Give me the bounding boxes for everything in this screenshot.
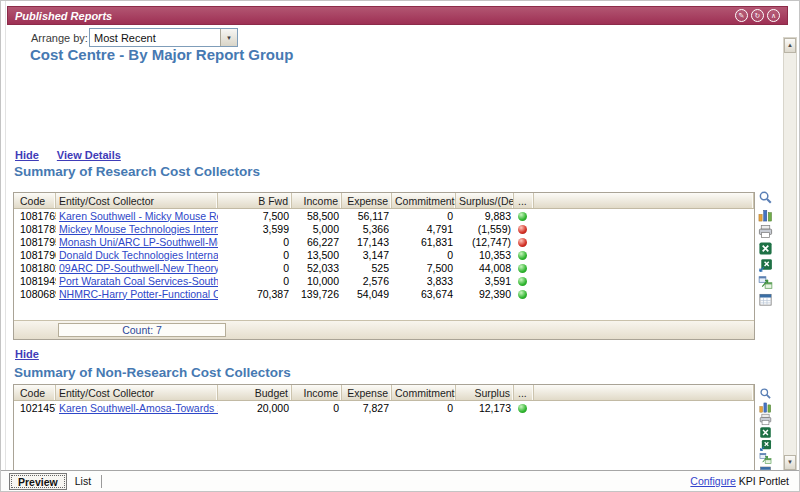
cell-commitments: 0 [392, 249, 456, 261]
search-icon[interactable] [758, 190, 773, 205]
nonresearch-table-toolbar [758, 387, 773, 478]
entity-link[interactable]: Donald Duck Technologies International-S… [59, 249, 218, 261]
cell-surplus: 92,390 [456, 288, 514, 300]
cell-col3: 0 [218, 275, 292, 287]
status-green-icon [518, 277, 527, 286]
cell-surplus: 9,883 [456, 210, 514, 222]
cell-col3: 70,387 [218, 288, 292, 300]
col-surplus[interactable]: Surplus [456, 385, 514, 400]
cell-code: 1081765 [14, 210, 56, 222]
col-filler [534, 385, 754, 400]
col-bfwd[interactable]: B Fwd [218, 193, 292, 208]
bar-chart-icon[interactable] [758, 400, 773, 413]
nonresearch-table-header: Code Entity/Cost Collector Budget Income… [14, 385, 754, 401]
arrange-by-dropdown[interactable]: Most Recent ▼ [89, 28, 238, 47]
cell-entity: Mickey Mouse Technologies International-… [56, 223, 218, 235]
research-table-header: Code Entity/Cost Collector B Fwd Income … [14, 193, 754, 209]
col-expense[interactable]: Expense [342, 385, 392, 400]
status-green-icon [518, 212, 527, 221]
scroll-up-icon[interactable]: ▲ [784, 38, 796, 53]
col-entity[interactable]: Entity/Cost Collector [56, 193, 218, 208]
nonresearch-table: Code Entity/Cost Collector Budget Income… [13, 384, 755, 472]
nonresearch-table-rows: 1021457Karen Southwell-Amosa-Towards 201… [14, 401, 754, 414]
cell-income: 139,726 [292, 288, 342, 300]
cell-status [514, 402, 534, 414]
cell-expense: 7,827 [342, 402, 392, 414]
page-title: Cost Centre - By Major Report Group [30, 46, 293, 63]
col-expense[interactable]: Expense [342, 193, 392, 208]
cell-status [514, 210, 534, 222]
collapse-icon[interactable]: ∧ [767, 9, 780, 22]
hide-link-bottom[interactable]: Hide [15, 348, 39, 360]
entity-link[interactable]: Karen Southwell-Amosa-Towards 2012: Impr… [59, 402, 218, 414]
table-row: 1021457Karen Southwell-Amosa-Towards 201… [14, 401, 754, 414]
col-filler [534, 193, 754, 208]
col-budget[interactable]: Budget [218, 385, 292, 400]
excel-export-icon[interactable] [758, 258, 773, 273]
research-table: Code Entity/Cost Collector B Fwd Income … [13, 192, 755, 340]
edit-icon[interactable]: ✎ [735, 9, 748, 22]
configure-kpi-portlet: Configure KPI Portlet [690, 475, 789, 487]
col-status[interactable]: ... [514, 193, 534, 208]
export-icon[interactable] [758, 452, 773, 465]
cell-col3: 0 [218, 249, 292, 261]
tab-preview[interactable]: Preview [9, 473, 67, 490]
col-income[interactable]: Income [292, 385, 342, 400]
cell-surplus: 10,353 [456, 249, 514, 261]
cell-code: 1081949 [14, 275, 56, 287]
excel-icon[interactable] [758, 241, 773, 256]
calendar-icon[interactable] [758, 292, 773, 307]
vertical-scrollbar[interactable]: ▲ ▼ [783, 37, 797, 471]
cell-commitments: 4,791 [392, 223, 456, 235]
bar-chart-icon[interactable] [758, 207, 773, 222]
excel-export-icon[interactable] [758, 439, 773, 452]
entity-link[interactable]: Port Waratah Coal Services-Southwell-Alg… [59, 275, 218, 287]
col-code[interactable]: Code [14, 193, 56, 208]
tab-list[interactable]: List [67, 473, 99, 490]
table-row: 108180209ARC DP-Southwell-New Theory & A… [14, 261, 754, 274]
cell-expense: 5,366 [342, 223, 392, 235]
cell-entity: Karen Southwell-Amosa-Towards 2012: Impr… [56, 402, 218, 414]
entity-link[interactable]: Monash Uni/ARC LP-Southwell-Methods & So… [59, 236, 218, 248]
refresh-icon[interactable]: ↻ [751, 9, 764, 22]
research-table-footer: Count: 7 [14, 320, 754, 339]
col-commitments[interactable]: Commitments [392, 193, 456, 208]
research-table-rows: 1081765Karen Southwell - Micky Mouse Res… [14, 209, 754, 300]
hide-link[interactable]: Hide [15, 149, 39, 161]
entity-link[interactable]: Mickey Mouse Technologies International-… [59, 223, 218, 235]
search-icon[interactable] [758, 387, 773, 400]
col-commitments[interactable]: Commitments [392, 385, 456, 400]
cell-expense: 17,143 [342, 236, 392, 248]
cell-code: 1081796 [14, 249, 56, 261]
col-income[interactable]: Income [292, 193, 342, 208]
col-surplus[interactable]: Surplus/(Def... [456, 193, 514, 208]
export-icon[interactable] [758, 275, 773, 290]
view-details-link[interactable]: View Details [57, 149, 121, 161]
titlebar: Published Reports ✎↻∧ [7, 6, 788, 25]
arrange-by-label: Arrange by: [31, 32, 88, 44]
table-row: 1081785Mickey Mouse Technologies Interna… [14, 222, 754, 235]
cell-entity: Monash Uni/ARC LP-Southwell-Methods & So… [56, 236, 218, 248]
status-red-icon [518, 225, 527, 234]
entity-link[interactable]: NHMRC-Harry Potter-Functional Characteri… [59, 288, 218, 300]
entity-link[interactable]: 09ARC DP-Southwell-New Theory & Algorith… [59, 262, 218, 274]
configure-link[interactable]: Configure [690, 475, 736, 487]
excel-icon[interactable] [758, 426, 773, 439]
cell-entity: Port Waratah Coal Services-Southwell-Alg… [56, 275, 218, 287]
cell-commitments: 61,831 [392, 236, 456, 248]
status-green-icon [518, 264, 527, 273]
col-code[interactable]: Code [14, 385, 56, 400]
cell-code: 1021457 [14, 402, 56, 414]
cell-entity: NHMRC-Harry Potter-Functional Characteri… [56, 288, 218, 300]
entity-link[interactable]: Karen Southwell - Micky Mouse Research [59, 210, 218, 222]
report-links-row: Hide View Details [15, 149, 121, 161]
scroll-down-icon[interactable]: ▼ [784, 455, 796, 470]
cell-col3: 0 [218, 236, 292, 248]
col-entity[interactable]: Entity/Cost Collector [56, 385, 218, 400]
chevron-down-icon[interactable]: ▼ [220, 29, 237, 46]
printer-icon[interactable] [758, 224, 773, 239]
cell-status [514, 249, 534, 261]
col-status[interactable]: ... [514, 385, 534, 400]
printer-icon[interactable] [758, 413, 773, 426]
row-count-badge: Count: 7 [58, 323, 226, 337]
